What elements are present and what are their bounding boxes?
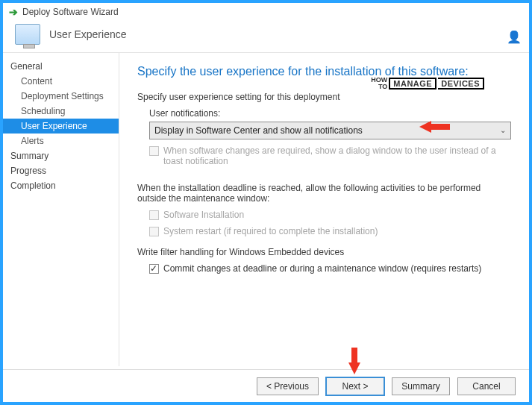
previous-button[interactable]: < Previous bbox=[257, 377, 319, 395]
watermark-logo: HOW TO MANAGE DEVICES bbox=[371, 77, 484, 90]
next-button[interactable]: Next > bbox=[326, 377, 384, 395]
annotation-arrow-dropdown bbox=[419, 121, 451, 133]
wizard-arrow-icon: ➔ bbox=[9, 6, 18, 18]
deadline-text: When the installation deadline is reache… bbox=[137, 183, 511, 204]
toast-checkbox bbox=[149, 146, 159, 156]
wizard-header: User Experience 👤 bbox=[3, 19, 529, 52]
window-title: Deploy Software Wizard bbox=[22, 7, 119, 17]
nav-progress[interactable]: Progress bbox=[3, 163, 119, 178]
user-notifications-value: Display in Software Center and show all … bbox=[154, 125, 363, 136]
write-filter-label: Write filter handling for Windows Embedd… bbox=[137, 247, 511, 257]
system-restart-label: System restart (if required to complete … bbox=[163, 226, 378, 236]
commit-changes-checkbox[interactable] bbox=[149, 264, 159, 274]
intro-text: Specify user experience setting for this… bbox=[137, 92, 511, 102]
nav-general[interactable]: General bbox=[3, 59, 119, 74]
nav-alerts[interactable]: Alerts bbox=[3, 134, 119, 148]
title-bar: ➔ Deploy Software Wizard bbox=[3, 3, 529, 19]
nav-deployment-settings[interactable]: Deployment Settings bbox=[3, 89, 119, 104]
user-notifications-dropdown[interactable]: Display in Software Center and show all … bbox=[149, 122, 511, 139]
user-notifications-label: User notifications: bbox=[149, 108, 511, 119]
nav-summary[interactable]: Summary bbox=[3, 148, 119, 163]
nav-user-experience[interactable]: User Experience bbox=[3, 119, 119, 134]
summary-button[interactable]: Summary bbox=[392, 377, 450, 395]
watermark-manage: MANAGE bbox=[389, 78, 436, 90]
toast-checkbox-label: When software changes are required, show… bbox=[163, 145, 511, 166]
person-icon: 👤 bbox=[507, 30, 522, 44]
content-pane: Specify the user experience for the inst… bbox=[119, 53, 529, 366]
wizard-footer: < Previous Next > Summary Cancel bbox=[3, 369, 529, 402]
system-restart-checkbox bbox=[149, 227, 159, 236]
software-install-checkbox bbox=[149, 210, 159, 220]
monitor-icon bbox=[15, 24, 40, 45]
nav-completion[interactable]: Completion bbox=[3, 178, 119, 193]
software-install-label: Software Installation bbox=[163, 210, 244, 220]
cancel-button[interactable]: Cancel bbox=[457, 377, 516, 395]
wizard-nav-sidebar: General Content Deployment Settings Sche… bbox=[3, 53, 119, 366]
nav-scheduling[interactable]: Scheduling bbox=[3, 104, 119, 119]
watermark-to: TO bbox=[371, 84, 387, 90]
annotation-arrow-next bbox=[348, 348, 360, 374]
chevron-down-icon: ⌄ bbox=[500, 126, 506, 134]
page-header-title: User Experience bbox=[49, 28, 127, 40]
watermark-devices: DEVICES bbox=[438, 78, 484, 90]
commit-changes-label: Commit changes at deadline or during a m… bbox=[163, 263, 481, 274]
nav-content[interactable]: Content bbox=[3, 74, 119, 89]
